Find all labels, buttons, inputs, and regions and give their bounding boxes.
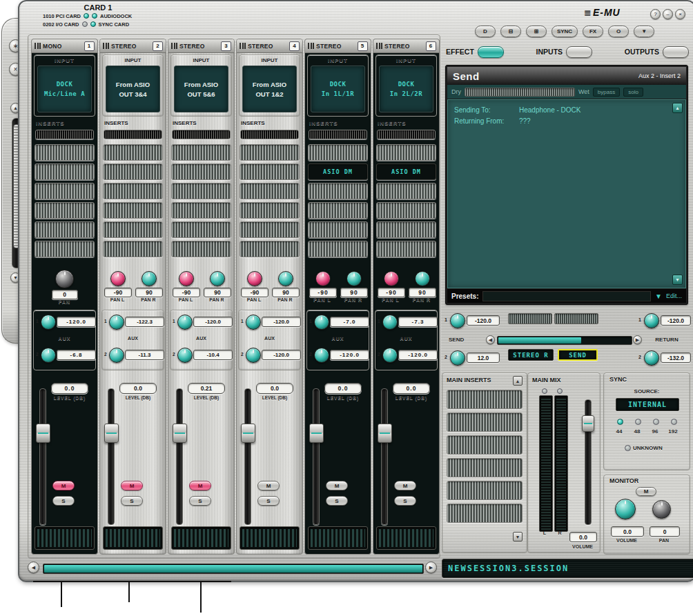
insert-slot[interactable] (240, 221, 300, 238)
aux2-knob[interactable] (314, 348, 329, 363)
mute-button[interactable]: M (121, 481, 143, 490)
pan-right-value[interactable]: 90 (340, 288, 368, 297)
pan-right-value[interactable]: 90 (204, 288, 231, 297)
level-fader-thumb[interactable] (241, 424, 255, 443)
solo-button[interactable]: S (257, 496, 280, 506)
pan-left-knob[interactable] (110, 271, 126, 286)
main-volume-value[interactable]: 0.0 (569, 532, 597, 542)
main-insert-slot[interactable] (447, 435, 523, 455)
level-fader[interactable] (39, 388, 46, 525)
aux2-knob[interactable] (246, 348, 261, 363)
insert-slot[interactable] (376, 144, 436, 161)
input-display[interactable]: DOCK Mic/Line A (37, 66, 92, 112)
level-fader[interactable] (244, 388, 251, 525)
main-inserts-scroll-down-button[interactable]: ▼ (513, 532, 523, 542)
pan-right-value[interactable]: 90 (409, 288, 436, 297)
bus-select-button[interactable]: STEREO R (508, 349, 554, 361)
open-session-button[interactable]: ⊟ (500, 26, 521, 37)
level-value[interactable]: 0.21 (188, 383, 225, 394)
solo-button[interactable]: S (394, 496, 416, 506)
level-fader[interactable] (176, 388, 183, 525)
pan-left-knob[interactable] (384, 271, 399, 286)
aux1-knob[interactable] (246, 315, 261, 330)
main-insert-slot[interactable] (447, 458, 523, 477)
level-fader-thumb[interactable] (173, 424, 187, 443)
aux1-value[interactable]: -120.0 (262, 317, 301, 327)
pan-left-value[interactable]: -90 (309, 288, 337, 297)
sync-source-display[interactable]: INTERNAL (616, 398, 679, 411)
aux1-value[interactable]: -120.0 (57, 317, 96, 327)
insert-slot[interactable] (171, 202, 231, 219)
pan-knob[interactable] (55, 270, 74, 288)
insert-slot[interactable] (308, 183, 368, 199)
pan-left-value[interactable]: -90 (104, 288, 132, 297)
mute-button[interactable]: M (257, 481, 280, 490)
pan-right-knob[interactable] (346, 271, 362, 286)
pan-left-value[interactable]: -90 (241, 288, 269, 297)
strip-header[interactable]: STEREO 4 (237, 39, 302, 53)
level-fader-thumb[interactable] (36, 424, 50, 443)
pan-right-value[interactable]: 90 (272, 288, 300, 297)
insert-slot[interactable] (376, 183, 436, 199)
insert-slot[interactable] (376, 241, 436, 257)
level-value[interactable]: 0.0 (393, 383, 430, 394)
level-value[interactable]: 0.0 (324, 383, 362, 394)
minimize-button[interactable]: – (663, 9, 673, 19)
insert-slot[interactable] (308, 241, 368, 257)
aux-send-knob-1[interactable] (450, 313, 465, 328)
insert-slot[interactable] (172, 130, 231, 139)
level-fader-thumb[interactable] (309, 424, 324, 443)
insert-slot[interactable] (103, 183, 163, 199)
pan-right-value[interactable]: 90 (135, 288, 163, 297)
aux1-knob[interactable] (382, 315, 398, 330)
level-value[interactable]: 0.0 (119, 383, 157, 394)
mixer-scrollbar-thumb[interactable] (44, 565, 422, 573)
insert-slot[interactable] (309, 130, 367, 139)
level-value[interactable]: 0.0 (51, 383, 88, 394)
insert-slot[interactable] (104, 130, 162, 139)
insert-slot[interactable] (35, 144, 95, 161)
insert-slot[interactable] (376, 221, 436, 238)
insert-slot[interactable] (308, 144, 368, 161)
fx-button[interactable]: FX (583, 26, 603, 37)
aux-send-knob-2[interactable] (450, 350, 465, 366)
aux2-knob[interactable] (177, 348, 193, 363)
insert-slot[interactable] (240, 241, 300, 257)
aux-return-knob-2[interactable] (644, 350, 659, 366)
aux1-knob[interactable] (41, 315, 56, 330)
mixer-scrollbar-track[interactable] (43, 564, 424, 574)
aux2-value[interactable]: -6.8 (57, 350, 96, 360)
pan-left-knob[interactable] (179, 271, 194, 286)
main-volume-fader-thumb[interactable] (582, 415, 594, 432)
aux-slider-right-button[interactable]: ▶ (633, 335, 642, 344)
insert-slot[interactable] (171, 163, 231, 180)
presets-dropdown[interactable] (482, 291, 651, 301)
mute-button[interactable]: M (189, 481, 211, 490)
insert-slot[interactable] (171, 144, 231, 161)
strip-header[interactable]: STEREO 2 (100, 39, 166, 53)
input-display[interactable]: DOCK In 2L/2R (379, 66, 433, 112)
level-fader-thumb[interactable] (104, 424, 119, 443)
aux2-knob[interactable] (382, 348, 398, 363)
insert-slot[interactable]: ASIO DM (308, 163, 368, 180)
insert-slot[interactable] (103, 221, 163, 238)
insert-slot[interactable] (35, 163, 95, 180)
input-display[interactable]: From ASIO OUT 5&6 (174, 66, 228, 112)
mute-button[interactable]: M (394, 481, 416, 490)
level-fader[interactable] (313, 388, 320, 525)
mute-button[interactable]: M (52, 481, 75, 490)
close-button[interactable]: × (675, 9, 685, 19)
inputs-tab-indicator[interactable] (566, 46, 592, 58)
effect-scroll-down-button[interactable]: ▼ (672, 275, 683, 285)
aux2-value[interactable]: -120.0 (262, 350, 301, 360)
main-inserts-scroll-up-button[interactable]: ▲ (513, 376, 523, 386)
presets-dropdown-arrow-icon[interactable]: ▼ (655, 292, 662, 300)
sync-button[interactable]: SYNC (552, 26, 578, 37)
bypass-button[interactable]: bypass (593, 88, 620, 97)
insert-slot[interactable] (103, 241, 163, 257)
insert-slot[interactable] (377, 130, 436, 139)
strip-header[interactable]: STEREO 6 (373, 39, 439, 53)
send-mode-button[interactable]: SEND (558, 349, 598, 361)
pan-right-knob[interactable] (210, 271, 225, 286)
main-insert-slot[interactable] (447, 504, 523, 523)
